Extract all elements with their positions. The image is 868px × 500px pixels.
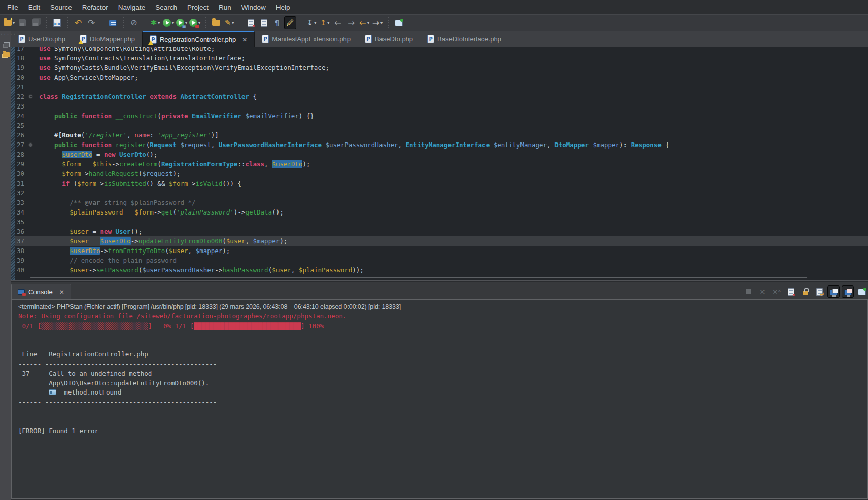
save-all-button[interactable] <box>29 16 42 29</box>
code-text: $user->setPassword($userPasswordHasher->… <box>32 265 364 275</box>
console-close-icon[interactable]: ✕ <box>59 289 64 296</box>
menu-project[interactable]: Project <box>182 1 214 14</box>
menu-refactor[interactable]: Refactor <box>77 1 113 14</box>
code-line-20[interactable]: 20use App\Service\DtoMapper; <box>15 73 868 82</box>
close-icon[interactable]: ✕ <box>242 36 247 43</box>
restore-view-icon[interactable] <box>0 42 11 47</box>
menu-edit[interactable]: Edit <box>23 1 45 14</box>
code-line-17[interactable]: 17use Symfony\Component\Routing\Attribut… <box>15 47 868 53</box>
menu-file[interactable]: File <box>2 1 23 14</box>
code-line-24[interactable]: 24 public function __construct(private E… <box>15 111 868 121</box>
code-line-33[interactable]: 33 /** @var string $plainPassword */ <box>15 198 868 207</box>
chevron-down-icon[interactable]: ▾ <box>314 21 316 25</box>
run-button[interactable]: ▾ <box>162 16 175 29</box>
profile-button[interactable]: ▾ <box>189 16 201 29</box>
tab-console[interactable]: Console ✕ <box>11 284 71 299</box>
code-line-39[interactable]: 39 // encode the plain password <box>15 256 868 265</box>
code-line-34[interactable]: 34 $plainPassword = $form->get('plainPas… <box>15 207 868 217</box>
tab-basedtointerface-php[interactable]: PBaseDtoInterface.php <box>420 31 508 47</box>
open-resource-button[interactable] <box>210 16 222 29</box>
code-line-23[interactable]: 23 <box>15 101 868 111</box>
fold-toggle-icon[interactable] <box>28 142 33 147</box>
fold-toggle-icon[interactable] <box>28 94 33 99</box>
code-line-19[interactable]: 19use SymfonyCasts\Bundle\VerifyEmail\Ex… <box>15 63 868 73</box>
code-line-31[interactable]: 31 if ($form->isSubmitted() && $form->is… <box>15 178 868 188</box>
chevron-down-icon[interactable]: ▾ <box>327 21 329 25</box>
menu-source[interactable]: Source <box>45 1 77 14</box>
run-configurations-button[interactable]: ▾ <box>176 16 188 29</box>
debug-button[interactable]: ✱▾ <box>149 16 161 29</box>
code-line-35[interactable]: 35 <box>15 217 868 227</box>
debug-bug-icon: ✱ <box>151 19 157 27</box>
code-line-36[interactable]: 36 $user = new User(); <box>15 227 868 236</box>
chevron-down-icon[interactable]: ▾ <box>380 21 383 25</box>
show-on-stderr-button[interactable] <box>842 285 854 298</box>
undo-button[interactable]: ↶ <box>72 16 84 29</box>
code-line-18[interactable]: 18use Symfony\Contracts\Translation\Tran… <box>15 53 868 63</box>
tab-basedto-php[interactable]: PBaseDto.php <box>358 31 420 47</box>
tab-dtomapper-php[interactable]: PDtoMapper.php <box>73 31 142 47</box>
remove-all-terminated-button[interactable]: ✕ <box>771 285 783 298</box>
code-line-38[interactable]: 38 $userDto->fromEntityToDto($user, $map… <box>15 246 868 256</box>
code-line-27[interactable]: 27 public function register(Request $req… <box>15 140 868 150</box>
code-line-40[interactable]: 40 $user->setPassword($userPasswordHashe… <box>15 265 868 275</box>
menu-search[interactable]: Search <box>150 1 182 14</box>
code-line-21[interactable]: 21 <box>15 82 868 92</box>
chevron-down-icon[interactable]: ▾ <box>198 21 200 25</box>
php-explorer-folder-icon[interactable] <box>0 52 11 57</box>
code-line-29[interactable]: 29 $form = $this->createForm(Registratio… <box>15 159 868 169</box>
code-line-28[interactable]: 28 $userDto = new UserDto(); <box>15 150 868 159</box>
menu-window[interactable]: Window <box>236 1 271 14</box>
outline-button[interactable] <box>258 16 270 29</box>
back-disabled-button[interactable]: ← <box>332 16 344 29</box>
show-on-stdout-button[interactable] <box>827 285 840 298</box>
code-editor[interactable]: 17use Symfony\Component\Routing\Attribut… <box>11 47 868 280</box>
horizontal-scrollbar[interactable] <box>30 277 807 278</box>
code-line-25[interactable]: 25 <box>15 121 868 130</box>
pin-console-button[interactable] <box>856 285 868 298</box>
save-button[interactable] <box>16 16 28 29</box>
link-editor-button[interactable] <box>245 16 257 29</box>
code-line-26[interactable]: 26 #[Route('/register', name: 'app_regis… <box>15 130 868 140</box>
next-annotation-button[interactable]: ↧▾ <box>305 16 318 29</box>
remove-launch-button[interactable]: ✕ <box>756 285 769 298</box>
menu-navigate[interactable]: Navigate <box>113 1 150 14</box>
menu-run[interactable]: Run <box>214 1 236 14</box>
forward-disabled-button[interactable]: → <box>345 16 357 29</box>
show-whitespace-button[interactable]: ¶ <box>271 16 283 29</box>
chevron-down-icon[interactable]: ▾ <box>172 21 174 25</box>
perspective-handle[interactable]: ····· <box>0 32 11 37</box>
new-wizard-button[interactable]: ▾ <box>3 16 15 29</box>
previous-annotation-button[interactable]: ↥▾ <box>319 16 331 29</box>
line-number: 20 <box>15 73 32 82</box>
code-line-37[interactable]: 37 $user = $userDto->updateEntityFromDto… <box>15 236 868 246</box>
binary-view-button[interactable]: 010 <box>51 16 63 29</box>
back-history-button[interactable]: ←▾ <box>358 16 370 29</box>
code-line-22[interactable]: 22class RegistrationController extends A… <box>15 92 868 101</box>
code-text: #[Route('/register', name: 'app_register… <box>32 130 219 140</box>
word-wrap-button[interactable] <box>813 285 825 298</box>
console-tab-label: Console <box>28 288 53 296</box>
scroll-lock-button[interactable] <box>799 285 811 298</box>
code-line-30[interactable]: 30 $form->handleRequest($request); <box>15 169 868 178</box>
redo-button[interactable]: ↷ <box>85 16 97 29</box>
highlighter-button[interactable]: 🖉 <box>284 16 296 29</box>
tab-registrationcontroller-php[interactable]: PRegistrationController.php✕ <box>142 31 255 47</box>
code-line-32[interactable]: 32 <box>15 188 868 198</box>
menu-help[interactable]: Help <box>271 1 295 14</box>
skip-breakpoints-button[interactable]: ⊘ <box>128 16 140 29</box>
tab-userdto-php[interactable]: PUserDto.php <box>11 31 73 47</box>
marker-pen-button[interactable]: ✎▾ <box>223 16 235 29</box>
line-number: 40 <box>15 265 32 275</box>
clear-console-button[interactable] <box>785 285 797 298</box>
php-file-icon-warning: P <box>150 35 157 44</box>
terminate-button[interactable] <box>742 285 754 298</box>
chevron-down-icon[interactable]: ▾ <box>158 21 160 25</box>
forward-history-button[interactable]: →▾ <box>371 16 384 29</box>
terminal-view-button[interactable] <box>107 16 119 29</box>
console-output-panel[interactable]: <terminated> PHPStan (Fichier actif) [Pr… <box>11 299 868 499</box>
chevron-down-icon[interactable]: ▾ <box>232 21 234 25</box>
pin-editor-button[interactable] <box>393 16 405 29</box>
tab-manifestappextension-php[interactable]: PManifestAppExtension.php <box>255 31 358 47</box>
chevron-down-icon[interactable]: ▾ <box>367 21 369 25</box>
